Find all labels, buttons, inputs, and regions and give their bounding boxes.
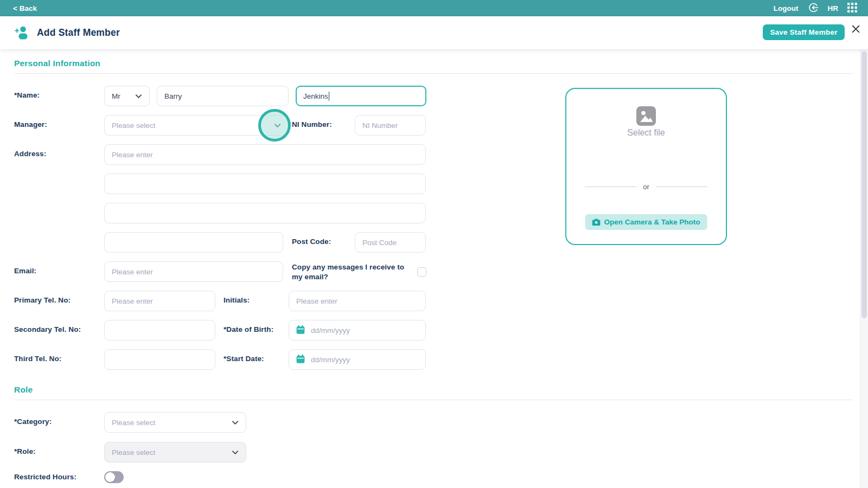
last-name-value: Jenkins: [303, 92, 328, 100]
secondary-tel-input[interactable]: [104, 320, 215, 341]
manager-label: Manager:: [14, 120, 47, 129]
personal-information-heading: Personal Information: [14, 59, 100, 68]
or-divider: or: [585, 183, 707, 191]
manager-select[interactable]: Please select: [104, 115, 289, 136]
start-date-label: *Start Date:: [224, 355, 264, 363]
address-line-4-input[interactable]: [104, 232, 283, 253]
first-name-input[interactable]: [157, 86, 289, 106]
page-header: Add Staff Member Save Staff Member: [0, 16, 868, 49]
third-tel-input[interactable]: [104, 349, 215, 370]
name-label: *Name:: [14, 91, 40, 99]
apps-grid-icon[interactable]: [847, 3, 857, 14]
calendar-icon: [296, 354, 305, 365]
save-staff-member-button[interactable]: Save Staff Member: [763, 24, 845, 40]
title-select[interactable]: Mr: [104, 86, 150, 106]
open-camera-label: Open Camera & Take Photo: [604, 218, 700, 226]
role-heading: Role: [14, 385, 33, 395]
last-name-input[interactable]: Jenkins: [296, 86, 426, 106]
chevron-down-icon: [274, 121, 281, 130]
primary-tel-input[interactable]: [104, 291, 215, 311]
or-label: or: [643, 183, 649, 191]
chevron-down-icon: [135, 92, 142, 100]
logout-icon[interactable]: [808, 2, 819, 15]
scrollbar-thumb[interactable]: [861, 52, 867, 318]
select-file-button[interactable]: Select file: [566, 128, 726, 138]
email-label: Email:: [14, 267, 36, 275]
restricted-hours-label: Restricted Hours:: [14, 473, 76, 481]
restricted-hours-toggle[interactable]: [104, 471, 124, 483]
top-bar: < Back Logout HR: [0, 0, 868, 16]
scrollbar-track[interactable]: [860, 49, 868, 488]
open-camera-button[interactable]: Open Camera & Take Photo: [585, 214, 707, 230]
manager-select-placeholder: Please select: [112, 121, 155, 130]
initials-label: Initials:: [224, 296, 250, 304]
address-line-1-input[interactable]: [104, 144, 426, 165]
add-person-icon: [14, 25, 29, 42]
third-tel-label: Third Tel. No:: [14, 355, 61, 363]
dob-input[interactable]: dd/mm/yyyy: [289, 320, 426, 341]
start-date-placeholder: dd/mm/yyyy: [311, 356, 350, 364]
close-icon[interactable]: [848, 21, 863, 36]
secondary-tel-label: Secondary Tel. No:: [14, 325, 81, 333]
chevron-down-icon: [232, 448, 239, 457]
copy-messages-label: Copy any messages I receive to my email?: [292, 262, 416, 282]
divider-line: [585, 187, 636, 187]
role-select[interactable]: Please select: [104, 442, 246, 463]
category-label: *Category:: [14, 418, 52, 426]
logout-button[interactable]: Logout: [774, 4, 799, 12]
address-line-2-input[interactable]: [104, 174, 426, 194]
page-title: Add Staff Member: [37, 16, 120, 49]
role-label: *Role:: [14, 447, 36, 455]
start-date-input[interactable]: dd/mm/yyyy: [289, 349, 426, 370]
role-select-placeholder: Please select: [112, 448, 155, 457]
top-bar-right: Logout HR: [774, 2, 857, 15]
chevron-down-icon: [232, 419, 239, 427]
email-input[interactable]: [104, 261, 283, 282]
category-select[interactable]: Please select: [104, 412, 246, 433]
dob-placeholder: dd/mm/yyyy: [311, 326, 350, 335]
camera-icon: [592, 219, 601, 226]
text-caret: [329, 92, 330, 101]
title-select-value: Mr: [112, 92, 120, 100]
divider-line: [656, 187, 707, 187]
copy-messages-checkbox[interactable]: [417, 267, 426, 277]
post-code-input[interactable]: [355, 232, 426, 253]
section-divider: [14, 73, 853, 74]
address-line-3-input[interactable]: [104, 203, 426, 223]
post-code-label: Post Code:: [292, 237, 331, 246]
toggle-knob: [105, 472, 115, 482]
image-placeholder-icon: [636, 106, 656, 128]
initials-input[interactable]: [289, 291, 426, 311]
category-select-placeholder: Please select: [112, 419, 155, 427]
back-button[interactable]: < Back: [13, 4, 37, 12]
primary-tel-label: Primary Tel. No:: [14, 296, 71, 304]
calendar-icon: [296, 325, 305, 336]
photo-upload-dropzone[interactable]: Select file or Open Camera & Take Photo: [565, 88, 727, 245]
address-label: Address:: [14, 150, 46, 158]
dob-label: *Date of Birth:: [224, 325, 273, 333]
user-initials-badge[interactable]: HR: [828, 4, 839, 12]
add-staff-member-page: < Back Logout HR: [0, 0, 868, 488]
section-divider: [14, 400, 853, 400]
ni-number-label: NI Number:: [292, 120, 332, 129]
ni-number-input[interactable]: [355, 115, 426, 136]
